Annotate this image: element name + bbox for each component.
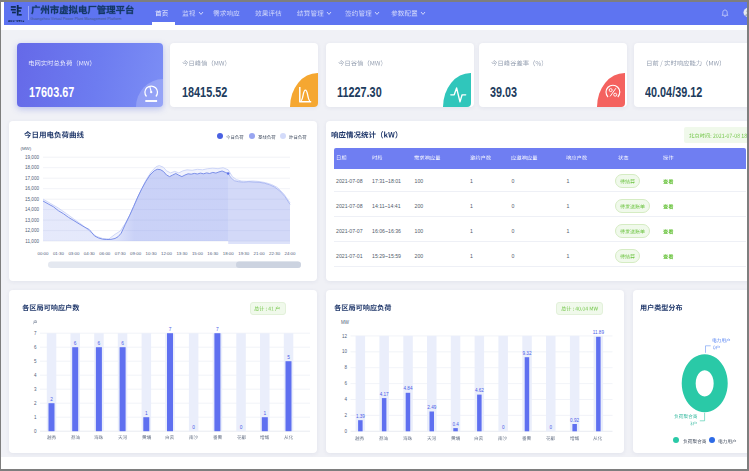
- svg-text:0: 0: [344, 429, 347, 434]
- svg-text:7: 7: [216, 327, 219, 332]
- svg-text:5: 5: [287, 355, 290, 360]
- svg-text:6: 6: [121, 341, 124, 346]
- svg-text:12: 12: [341, 334, 347, 339]
- svg-text:2: 2: [34, 401, 37, 406]
- svg-text:0: 0: [549, 425, 552, 430]
- svg-text:4.84: 4.84: [403, 386, 412, 391]
- svg-text:0.92: 0.92: [570, 418, 579, 423]
- svg-text:19,000: 19,000: [25, 155, 39, 160]
- svg-text:24:00: 24:00: [285, 251, 297, 256]
- svg-text:04:30: 04:30: [84, 251, 96, 256]
- svg-text:4.62: 4.62: [474, 388, 483, 393]
- svg-text:14,000: 14,000: [25, 207, 39, 212]
- svg-text:19:30: 19:30: [238, 251, 250, 256]
- svg-text:0.4: 0.4: [452, 422, 459, 427]
- svg-text:0: 0: [192, 425, 195, 430]
- svg-text:22:30: 22:30: [269, 251, 281, 256]
- svg-text:1.39: 1.39: [355, 414, 364, 419]
- svg-text:03:00: 03:00: [68, 251, 80, 256]
- svg-text:7: 7: [34, 331, 37, 336]
- svg-text:0: 0: [501, 425, 504, 430]
- svg-text:1: 1: [34, 415, 37, 420]
- svg-text:11,000: 11,000: [25, 239, 39, 244]
- svg-text:00:00: 00:00: [38, 251, 50, 256]
- svg-text:15:00: 15:00: [192, 251, 204, 256]
- svg-text:18:00: 18:00: [223, 251, 235, 256]
- svg-text:10: 10: [341, 349, 347, 354]
- svg-text:12,000: 12,000: [25, 228, 39, 233]
- svg-text:(MW): (MW): [21, 146, 32, 151]
- svg-text:3: 3: [34, 387, 37, 392]
- svg-text:9.32: 9.32: [522, 351, 531, 356]
- svg-text:6: 6: [344, 381, 347, 386]
- svg-text:2.49: 2.49: [427, 405, 436, 410]
- svg-text:6: 6: [74, 341, 77, 346]
- svg-text:2: 2: [50, 397, 53, 402]
- svg-text:5: 5: [34, 359, 37, 364]
- svg-text:4: 4: [34, 373, 37, 378]
- svg-text:16:30: 16:30: [207, 251, 219, 256]
- svg-text:13,000: 13,000: [25, 218, 39, 223]
- svg-text:6: 6: [98, 341, 101, 346]
- svg-text:7: 7: [169, 327, 172, 332]
- svg-text:18,000: 18,000: [25, 165, 39, 170]
- svg-text:4: 4: [344, 397, 347, 402]
- svg-text:8: 8: [344, 365, 347, 370]
- svg-text:4.17: 4.17: [379, 392, 388, 397]
- svg-text:16,000: 16,000: [25, 186, 39, 191]
- svg-text:1: 1: [145, 411, 148, 416]
- svg-text:0: 0: [240, 425, 243, 430]
- svg-text:06:00: 06:00: [99, 251, 111, 256]
- svg-text:09:00: 09:00: [130, 251, 142, 256]
- svg-text:13:30: 13:30: [176, 251, 188, 256]
- svg-text:21:00: 21:00: [254, 251, 266, 256]
- svg-text:1: 1: [263, 411, 266, 416]
- svg-text:15,000: 15,000: [25, 197, 39, 202]
- svg-text:2: 2: [344, 413, 347, 418]
- svg-text:01:30: 01:30: [53, 251, 65, 256]
- svg-text:0: 0: [34, 429, 37, 434]
- svg-text:11.89: 11.89: [592, 330, 604, 335]
- svg-text:07:30: 07:30: [115, 251, 127, 256]
- svg-text:12:00: 12:00: [161, 251, 173, 256]
- svg-text:6: 6: [34, 345, 37, 350]
- svg-text:17,000: 17,000: [25, 176, 39, 181]
- svg-text:10:30: 10:30: [146, 251, 158, 256]
